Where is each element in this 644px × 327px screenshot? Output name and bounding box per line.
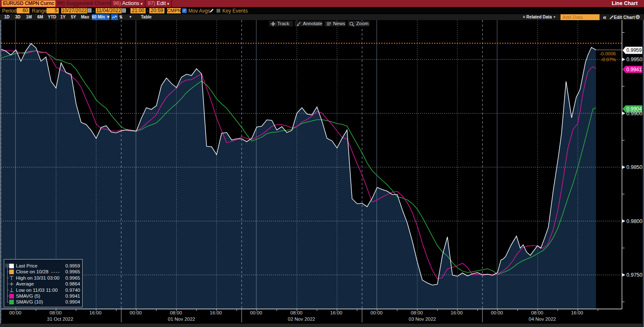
svg-text:0.9941: 0.9941 bbox=[626, 67, 642, 73]
svg-text:0.9959: 0.9959 bbox=[626, 47, 642, 53]
